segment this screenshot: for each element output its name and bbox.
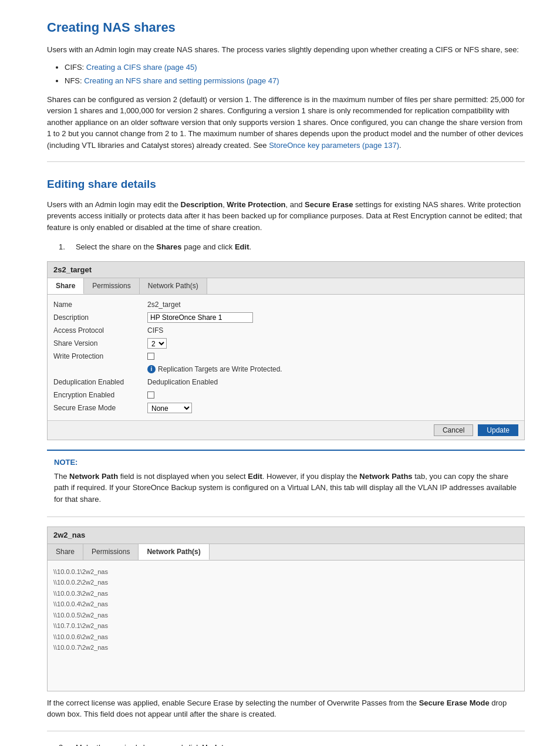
step-1-block: 1. Select the share on the Shares page a… bbox=[59, 241, 525, 253]
list-item-nfs: NFS: Creating an NFS share and setting p… bbox=[65, 75, 525, 87]
edit-bold-secure-erase: Secure Erase bbox=[305, 200, 353, 209]
edit-bold-write-protection: Write Protection bbox=[227, 200, 285, 209]
label-write-protection: Write Protection bbox=[53, 351, 147, 362]
note-bold-edit: Edit bbox=[248, 472, 262, 481]
secure-erase-paragraph: If the correct license was applied, enab… bbox=[47, 697, 525, 720]
info-icon: i bbox=[147, 365, 156, 373]
field-deduplication: Deduplication Enabled Deduplication Enab… bbox=[53, 376, 518, 389]
step-2-block: 2. Make the required changes and click U… bbox=[59, 742, 525, 747]
network-path-3: \\10.0.0.3\2w2_nas bbox=[53, 588, 518, 599]
cancel-button[interactable]: Cancel bbox=[434, 424, 473, 436]
value-deduplication: Deduplication Enabled bbox=[147, 377, 218, 387]
network-path-7: \\10.0.0.6\2w2_nas bbox=[53, 632, 518, 643]
label-encryption: Encryption Enabled bbox=[53, 390, 147, 400]
version-paragraph: Shares can be configured as version 2 (d… bbox=[47, 94, 525, 151]
update-button[interactable]: Update bbox=[478, 424, 518, 436]
input-description[interactable] bbox=[147, 312, 253, 323]
nfs-link[interactable]: Creating an NFS share and setting permis… bbox=[84, 76, 279, 85]
label-access-protocol: Access Protocol bbox=[53, 325, 147, 336]
panel-1-body: Name 2s2_target Description Access Proto… bbox=[48, 295, 524, 420]
step-1-edit-bold: Edit bbox=[235, 242, 249, 251]
field-secure-erase-mode: Secure Erase Mode None 1 Pass 3 Passes 7… bbox=[53, 401, 518, 414]
storeonce-key-link[interactable]: StoreOnce key parameters (page 137) bbox=[269, 141, 399, 150]
field-name: Name 2s2_target bbox=[53, 298, 518, 311]
panel-1-tabs: Share Permissions Network Path(s) bbox=[48, 278, 524, 295]
note-text: The Network Path field is not displayed … bbox=[54, 471, 518, 505]
list-item-cifs: CIFS: Creating a CIFS share (page 45) bbox=[65, 62, 525, 73]
tab-permissions[interactable]: Permissions bbox=[84, 278, 139, 294]
network-path-4: \\10.0.0.4\2w2_nas bbox=[53, 599, 518, 610]
tab-network-path[interactable]: Network Path(s) bbox=[140, 278, 207, 294]
select-secure-erase-mode[interactable]: None 1 Pass 3 Passes 7 Passes bbox=[147, 403, 192, 413]
step-2-number: 2. bbox=[59, 743, 65, 747]
panel-1-title: 2s2_target bbox=[48, 262, 524, 279]
panel-1-footer: Cancel Update bbox=[48, 420, 524, 440]
step-2-text: Make the required changes and click bbox=[76, 743, 202, 747]
checkbox-write-protection[interactable] bbox=[147, 353, 154, 360]
edit-intro-paragraph: Users with an Admin login may edit the D… bbox=[47, 199, 525, 234]
nfs-prefix: NFS: bbox=[65, 76, 82, 85]
panel-2-tabs: Share Permissions Network Path(s) bbox=[48, 544, 524, 561]
tab-2-network-path[interactable]: Network Path(s) bbox=[139, 544, 209, 560]
network-path-list: \\10.0.0.1\2w2_nas \\10.0.0.2\2w2_nas \\… bbox=[53, 564, 518, 656]
label-share-version: Share Version bbox=[53, 338, 147, 349]
bullet-list: CIFS: Creating a CIFS share (page 45) NF… bbox=[65, 62, 525, 87]
creating-nas-shares-title: Creating NAS shares bbox=[47, 18, 525, 37]
label-secure-erase-mode: Secure Erase Mode bbox=[53, 403, 147, 413]
step-1-text: Select the share on the bbox=[76, 242, 156, 251]
field-encryption: Encryption Enabled bbox=[53, 389, 518, 401]
secure-erase-bold: Secure Erase Mode bbox=[419, 698, 490, 707]
editing-share-details-title: Editing share details bbox=[47, 176, 525, 193]
note-bold-network-paths: Network Paths bbox=[359, 472, 412, 481]
step2-divider bbox=[47, 731, 525, 731]
edit-intro-text: Users with an Admin login may edit the bbox=[47, 200, 181, 209]
label-name: Name bbox=[53, 299, 147, 310]
panel-2s2-target: 2s2_target Share Permissions Network Pat… bbox=[47, 261, 525, 441]
network-path-5: \\10.0.0.5\2w2_nas bbox=[53, 610, 518, 621]
tab-2-share[interactable]: Share bbox=[48, 544, 83, 560]
cifs-link[interactable]: Creating a CIFS share (page 45) bbox=[86, 63, 197, 72]
step-2-update-bold: Update bbox=[202, 743, 228, 747]
note-bold-network-path: Network Path bbox=[69, 472, 118, 481]
field-share-version: Share Version 2 1 bbox=[53, 337, 518, 350]
label-deduplication: Deduplication Enabled bbox=[53, 377, 147, 387]
step-1-number: 1. bbox=[59, 242, 65, 251]
field-access-protocol: Access Protocol CIFS bbox=[53, 324, 518, 337]
value-name: 2s2_target bbox=[147, 299, 181, 310]
panel-2w2-nas: 2w2_nas Share Permissions Network Path(s… bbox=[47, 526, 525, 691]
field-replication-info: i Replication Targets are Write Protecte… bbox=[53, 363, 518, 376]
value-access-protocol: CIFS bbox=[147, 325, 163, 336]
panel-2-body: \\10.0.0.1\2w2_nas \\10.0.0.2\2w2_nas \\… bbox=[48, 561, 524, 691]
network-path-1: \\10.0.0.1\2w2_nas bbox=[53, 566, 518, 578]
field-write-protection: Write Protection bbox=[53, 350, 518, 363]
tab-share[interactable]: Share bbox=[48, 278, 84, 294]
value-replication-info: Replication Targets are Write Protected. bbox=[158, 364, 282, 374]
edit-bold-description: Description bbox=[181, 200, 223, 209]
tab-2-permissions[interactable]: Permissions bbox=[83, 544, 139, 560]
step-1-shares-bold: Shares bbox=[156, 242, 181, 251]
intro-paragraph: Users with an Admin login may create NAS… bbox=[47, 44, 525, 56]
network-path-8: \\10.0.0.7\2w2_nas bbox=[53, 642, 518, 653]
panel-2-title: 2w2_nas bbox=[48, 527, 524, 544]
note-label: NOTE: bbox=[54, 457, 518, 468]
section-divider bbox=[47, 161, 525, 162]
label-description: Description bbox=[53, 312, 147, 323]
cifs-prefix: CIFS: bbox=[65, 63, 84, 72]
network-path-2: \\10.0.0.2\2w2_nas bbox=[53, 577, 518, 588]
checkbox-encryption[interactable] bbox=[147, 391, 154, 399]
select-share-version[interactable]: 2 1 bbox=[147, 338, 167, 349]
network-path-6: \\10.7.0.1\2w2_nas bbox=[53, 620, 518, 632]
note-block: NOTE: The Network Path field is not disp… bbox=[47, 450, 525, 517]
field-description: Description bbox=[53, 311, 518, 324]
